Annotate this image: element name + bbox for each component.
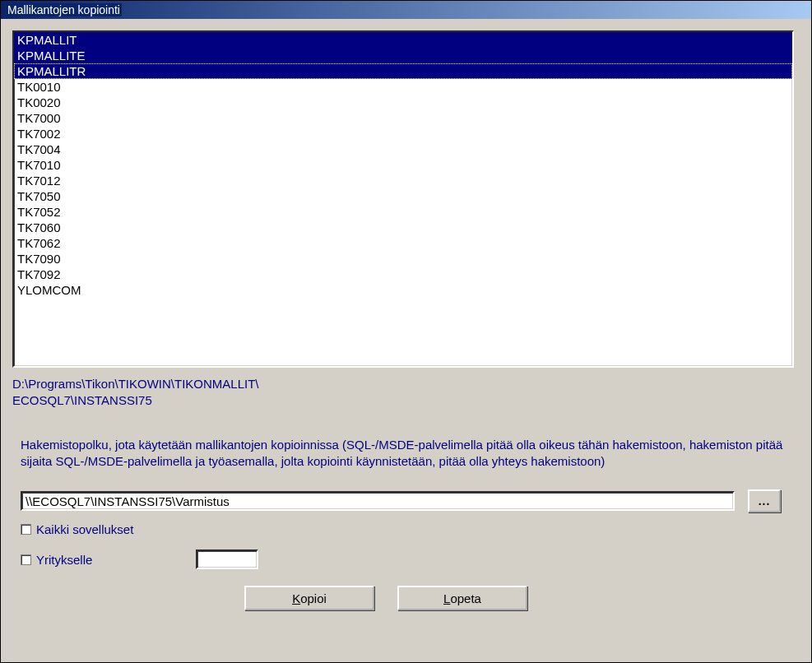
company-label: Yritykselle <box>36 553 92 567</box>
all-apps-label: Kaikki sovellukset <box>36 522 133 536</box>
list-item[interactable]: KPMALLITE <box>14 48 792 63</box>
all-apps-checkbox[interactable] <box>21 524 31 535</box>
path-row: ... <box>12 489 795 512</box>
list-item[interactable]: YLOMCOM <box>14 282 792 298</box>
list-item[interactable]: TK7010 <box>14 157 792 173</box>
window: Mallikantojen kopiointi KPMALLITKPMALLIT… <box>0 0 812 663</box>
list-item[interactable]: TK0020 <box>14 95 792 110</box>
copy-button[interactable]: Kopioi <box>244 586 374 610</box>
help-text: Hakemistopolku, jota käytetään mallikant… <box>21 437 786 470</box>
list-item[interactable]: TK7052 <box>14 204 792 220</box>
list-item[interactable]: TK7090 <box>14 251 792 267</box>
list-item[interactable]: TK7092 <box>14 267 792 282</box>
list-item[interactable]: KPMALLITR <box>14 63 792 79</box>
company-input[interactable] <box>196 549 258 569</box>
database-listbox[interactable]: KPMALLITKPMALLITEKPMALLITRTK0010TK0020TK… <box>12 30 794 368</box>
list-item[interactable]: KPMALLIT <box>14 32 792 48</box>
client-area: KPMALLITKPMALLITEKPMALLITRTK0010TK0020TK… <box>1 19 811 662</box>
company-row: Yritykselle <box>12 549 795 569</box>
info-path: D:\Programs\Tikon\TIKOWIN\TIKONMALLIT\ <box>12 376 795 392</box>
list-item[interactable]: TK0010 <box>14 79 792 95</box>
info-panel: D:\Programs\Tikon\TIKOWIN\TIKONMALLIT\ E… <box>12 376 795 409</box>
window-title: Mallikantojen kopiointi <box>6 3 122 16</box>
titlebar: Mallikantojen kopiointi <box>1 1 811 19</box>
company-checkbox[interactable] <box>21 554 31 565</box>
list-item[interactable]: TK7050 <box>14 188 792 204</box>
path-input[interactable] <box>21 491 735 511</box>
list-item[interactable]: TK7000 <box>14 110 792 126</box>
quit-button[interactable]: Lopeta <box>397 586 527 610</box>
list-item[interactable]: TK7002 <box>14 126 792 141</box>
list-item[interactable]: TK7004 <box>14 141 792 157</box>
list-item[interactable]: TK7062 <box>14 235 792 251</box>
browse-button[interactable]: ... <box>748 489 781 512</box>
list-item[interactable]: TK7060 <box>14 220 792 235</box>
info-server: ECOSQL7\INSTANSSI75 <box>12 392 795 409</box>
list-item[interactable]: TK7012 <box>14 173 792 188</box>
button-row: Kopioi Lopeta <box>12 586 795 610</box>
all-apps-row: Kaikki sovellukset <box>12 522 795 536</box>
